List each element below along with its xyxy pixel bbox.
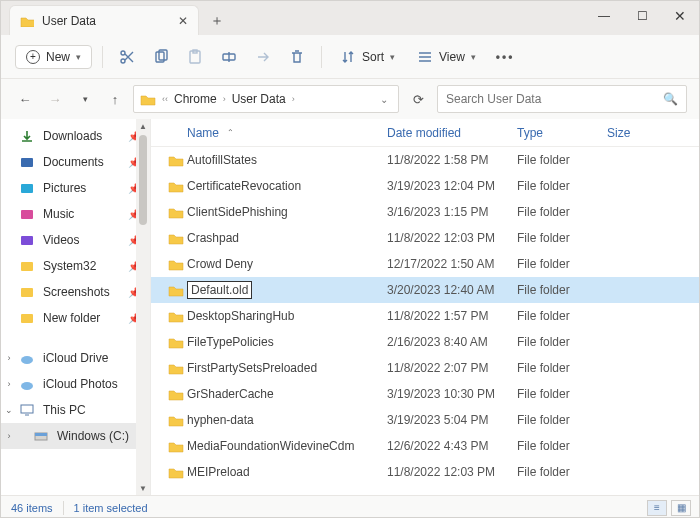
separator [321,46,322,68]
rename-input[interactable]: Default.old [187,281,252,299]
rename-button[interactable] [215,45,243,69]
close-button[interactable]: ✕ [661,1,699,31]
clipboard-icon [187,49,203,65]
svg-point-0 [121,59,125,63]
more-button[interactable]: ••• [490,46,521,68]
table-row[interactable]: ClientSidePhishing3/16/2023 1:15 PMFile … [151,199,699,225]
svg-rect-11 [21,262,33,271]
file-type: File folder [517,205,607,219]
sidebar-item-label: iCloud Photos [43,377,118,391]
main: Downloads📌Documents📌Pictures📌Music📌Video… [1,119,699,495]
column-size[interactable]: Size [607,126,647,140]
table-row[interactable]: MediaFoundationWidevineCdm12/6/2022 4:43… [151,433,699,459]
up-button[interactable]: ↑ [103,87,127,111]
file-date: 11/8/2022 2:07 PM [387,361,517,375]
forward-button[interactable]: → [43,87,67,111]
music-icon [19,207,35,221]
file-type: File folder [517,179,607,193]
new-button[interactable]: + New ▾ [15,45,92,69]
copy-button[interactable] [147,45,175,69]
sidebar-item[interactable]: ›Windows (C:) [1,423,150,449]
table-row[interactable]: Crowd Deny12/17/2022 1:50 AMFile folder [151,251,699,277]
sidebar-item-label: Downloads [43,129,102,143]
column-date[interactable]: Date modified [387,126,517,140]
sidebar-item[interactable]: Pictures📌 [1,175,150,201]
delete-button[interactable] [283,45,311,69]
tab-title: User Data [42,14,170,28]
file-date: 11/8/2022 1:58 PM [387,153,517,167]
table-row[interactable]: DesktopSharingHub11/8/2022 1:57 PMFile f… [151,303,699,329]
sidebar-item[interactable]: New folder📌 [1,305,150,331]
back-button[interactable]: ← [13,87,37,111]
details-view-button[interactable]: ≡ [647,500,667,516]
breadcrumb-userdata[interactable]: User Data [232,92,286,106]
sidebar-item[interactable]: ›iCloud Photos [1,371,150,397]
table-row[interactable]: FirstPartySetsPreloaded11/8/2022 2:07 PM… [151,355,699,381]
scissors-icon [119,49,135,65]
scrollbar-thumb[interactable] [139,135,147,225]
file-name: MEIPreload [187,465,387,479]
search-box[interactable]: 🔍 [437,85,687,113]
svg-point-15 [21,382,33,390]
minimize-button[interactable]: — [585,1,623,31]
folder-icon [19,259,35,273]
sidebar-item[interactable]: ›iCloud Drive [1,345,150,371]
sidebar-item[interactable]: Documents📌 [1,149,150,175]
sidebar-item[interactable]: Music📌 [1,201,150,227]
sidebar-item[interactable]: Screenshots📌 [1,279,150,305]
file-type: File folder [517,387,607,401]
refresh-button[interactable]: ⟳ [405,92,431,107]
expand-icon[interactable]: › [3,431,15,441]
table-row[interactable]: AutofillStates11/8/2022 1:58 PMFile fold… [151,147,699,173]
svg-point-14 [21,356,33,364]
file-type: File folder [517,439,607,453]
share-button[interactable] [249,45,277,69]
column-type[interactable]: Type [517,126,607,140]
sort-button[interactable]: Sort ▾ [332,45,403,69]
sidebar-scrollbar[interactable]: ▲ ▼ [136,119,150,495]
table-row[interactable]: Default.old3/20/2023 12:40 AMFile folder [151,277,699,303]
file-name: AutofillStates [187,153,387,167]
table-row[interactable]: Crashpad11/8/2022 12:03 PMFile folder [151,225,699,251]
sidebar-item[interactable]: Videos📌 [1,227,150,253]
column-headers: Name ⌃ Date modified Type Size [151,119,699,147]
paste-button[interactable] [181,45,209,69]
view-button[interactable]: View ▾ [409,45,484,69]
scroll-down-icon[interactable]: ▼ [136,481,150,495]
sidebar-item[interactable]: System32📌 [1,253,150,279]
new-tab-button[interactable]: ＋ [203,7,231,35]
folder-icon [165,232,187,245]
cut-button[interactable] [113,45,141,69]
copy-icon [153,49,169,65]
table-row[interactable]: MEIPreload11/8/2022 12:03 PMFile folder [151,459,699,485]
folder-icon [20,15,34,27]
thumbnails-view-button[interactable]: ▦ [671,500,691,516]
folder-icon [19,285,35,299]
sidebar-item-label: Music [43,207,74,221]
table-row[interactable]: GrShaderCache3/19/2023 10:30 PMFile fold… [151,381,699,407]
table-row[interactable]: hyphen-data3/19/2023 5:04 PMFile folder [151,407,699,433]
recent-locations-button[interactable]: ▾ [73,87,97,111]
breadcrumb-chrome[interactable]: Chrome [174,92,217,106]
expand-icon[interactable]: › [3,379,15,389]
expand-icon[interactable]: ⌄ [3,405,15,415]
address-bar[interactable]: ‹‹ Chrome › User Data › ⌄ [133,85,399,113]
search-input[interactable] [446,92,663,106]
table-row[interactable]: CertificateRevocation3/19/2023 12:04 PMF… [151,173,699,199]
sidebar-item-label: Pictures [43,181,86,195]
sidebar: Downloads📌Documents📌Pictures📌Music📌Video… [1,119,151,495]
tab-close-icon[interactable]: ✕ [178,14,188,28]
scroll-up-icon[interactable]: ▲ [136,119,150,133]
file-type: File folder [517,335,607,349]
sidebar-item[interactable]: Downloads📌 [1,123,150,149]
table-row[interactable]: FileTypePolicies2/16/2023 8:40 AMFile fo… [151,329,699,355]
expand-icon[interactable]: › [3,353,15,363]
file-name: MediaFoundationWidevineCdm [187,439,387,453]
column-name[interactable]: Name ⌃ [187,126,387,140]
folder-icon [165,258,187,271]
titlebar: User Data ✕ ＋ — ☐ ✕ [1,1,699,35]
chevron-down-icon[interactable]: ⌄ [380,94,392,105]
tab-user-data[interactable]: User Data ✕ [9,5,199,35]
maximize-button[interactable]: ☐ [623,1,661,31]
sidebar-item[interactable]: ⌄This PC [1,397,150,423]
